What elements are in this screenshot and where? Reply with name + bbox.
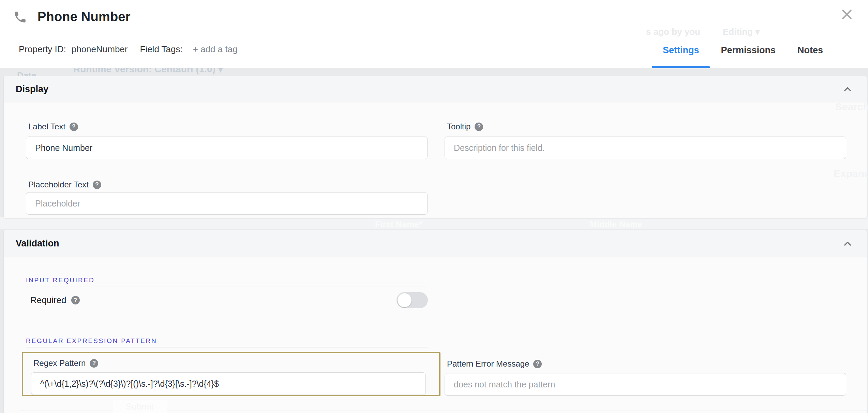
pattern-error-label: Pattern Error Message ? (447, 359, 542, 369)
placeholder-text-label: Placeholder Text ? (28, 180, 101, 189)
display-section: Display Label Text ? Tooltip ? Placehold… (3, 76, 867, 218)
label-text-input[interactable] (26, 137, 428, 159)
pattern-error-input[interactable] (445, 373, 846, 396)
property-id-label: Property ID: (19, 44, 66, 55)
bleed-submit-button: Submit (113, 400, 167, 413)
regex-pattern-subheader: REGULAR EXPRESSION PATTERN (26, 337, 157, 345)
validation-section-header[interactable]: Validation (4, 230, 867, 257)
help-icon[interactable]: ? (71, 296, 80, 304)
label-text-label-text: Label Text (28, 122, 65, 131)
add-tag-button[interactable]: + add a tag (193, 44, 238, 55)
close-icon[interactable] (840, 8, 854, 21)
placeholder-text-label-text: Placeholder Text (28, 180, 89, 189)
display-section-title: Display (16, 84, 48, 95)
tooltip-label: Tooltip ? (447, 122, 483, 131)
help-icon[interactable]: ? (70, 123, 78, 131)
field-settings-modal: Runtime Version: Centauri (1.0) ▾ Date s… (0, 0, 868, 413)
pattern-error-label-text: Pattern Error Message (447, 359, 529, 369)
regex-pattern-label: Regex Pattern ? (33, 358, 98, 368)
chevron-up-icon[interactable] (842, 238, 853, 249)
title-row: Phone Number (13, 10, 131, 24)
tooltip-label-text: Tooltip (447, 122, 470, 131)
toggle-knob (398, 293, 411, 307)
tab-permissions[interactable]: Permissions (710, 44, 787, 68)
tab-bar: Settings Permissions Notes (652, 44, 834, 68)
tooltip-input[interactable] (445, 137, 846, 159)
help-icon[interactable]: ? (533, 360, 542, 368)
required-toggle[interactable] (396, 292, 428, 308)
tab-notes[interactable]: Notes (787, 44, 834, 68)
regex-pattern-label-text: Regex Pattern (33, 358, 86, 368)
help-icon[interactable]: ? (90, 359, 98, 368)
label-text-label: Label Text ? (28, 122, 78, 131)
property-id-value: phoneNumber (72, 44, 128, 55)
divider (26, 347, 428, 347)
required-label: Required (30, 295, 66, 305)
validation-section-title: Validation (16, 238, 59, 249)
validation-section: Validation INPUT REQUIRED Required ? REG… (3, 230, 867, 413)
phone-icon (13, 10, 27, 24)
display-section-header[interactable]: Display (4, 76, 867, 102)
meta-row: Property ID: phoneNumber Field Tags: + a… (19, 44, 238, 55)
backdrop-light-band (0, 217, 868, 229)
chevron-up-icon[interactable] (842, 84, 853, 95)
field-tags-label: Field Tags: (140, 44, 183, 55)
placeholder-text-input[interactable] (26, 192, 428, 215)
modal-header: Phone Number Property ID: phoneNumber Fi… (0, 0, 868, 68)
required-row: Required ? (30, 292, 80, 308)
input-required-subheader: INPUT REQUIRED (26, 276, 94, 284)
divider (26, 286, 428, 286)
help-icon[interactable]: ? (93, 181, 101, 189)
regex-highlight-box: Regex Pattern ? (22, 352, 440, 396)
regex-pattern-input[interactable] (31, 372, 426, 395)
page-title: Phone Number (38, 10, 131, 24)
tab-settings[interactable]: Settings (652, 44, 710, 68)
help-icon[interactable]: ? (475, 123, 483, 131)
